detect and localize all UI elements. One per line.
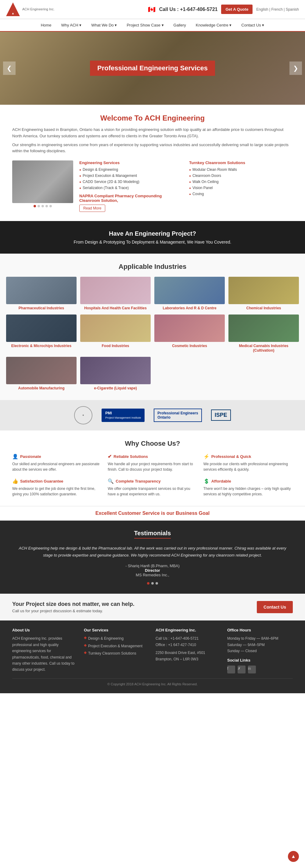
industry-ecig-label: e-Cigarette (Liquid vape) — [80, 386, 151, 391]
logo-icon: ▲ — [6, 2, 20, 16]
why-satisfaction-text: We endeavor to get the job done right th… — [12, 486, 102, 497]
industry-ecig[interactable]: e-Cigarette (Liquid vape) — [80, 357, 151, 391]
industry-auto-label: Automobile Manufacturing — [6, 386, 77, 391]
t-dot-3[interactable] — [156, 582, 158, 585]
industry-hospital[interactable]: Hospitals And Health Care Facilities — [80, 277, 151, 311]
flag-icon: 🇨🇦 — [148, 6, 156, 13]
footer: About Us ACH Engineering Inc. provides p… — [0, 620, 305, 693]
services-image — [12, 160, 73, 203]
footer-ach-title: ACH Engineering Inc. — [156, 628, 221, 632]
footer-service-link-3[interactable]: Turnkey Cleanroom Solutions — [88, 650, 136, 656]
industry-cosmetic-label: Cosmetic Industries — [154, 344, 225, 349]
why-professional-title: ⚡ Professional & Quick — [203, 454, 293, 459]
industry-chemical[interactable]: Chemical Industries — [228, 277, 299, 311]
testimonial-author-title: Director — [18, 568, 287, 573]
footer-service-1: ◆ Design & Engineering — [84, 636, 149, 642]
industry-lab[interactable]: Laboratories And R & D Centre — [154, 277, 225, 311]
social-links: f ✗ in — [227, 665, 293, 674]
nav-contact-us[interactable]: Contact Us ▾ — [237, 19, 269, 31]
certifications-bar: ✦ PMIProject Management Institute Profes… — [0, 400, 305, 431]
nav-why-ach[interactable]: Why ACH ▾ — [57, 19, 86, 31]
language-links[interactable]: English | French | Spanish — [256, 7, 299, 11]
why-reliable-title: ✔ Reliable Solutions — [108, 454, 197, 459]
nav-gallery[interactable]: Gallery — [169, 19, 190, 31]
turnkey-service-4: ● Vision Panel — [189, 186, 293, 190]
eng-service-4: ● Serialization (Track & Trace) — [79, 186, 183, 190]
footer-hours-title: Office Hours — [227, 628, 293, 632]
cta-contact-button[interactable]: Contact Us — [257, 601, 293, 613]
transparency-icon: 🔍 — [108, 478, 114, 484]
industry-ecig-image — [80, 357, 151, 384]
bullet-icon: ● — [189, 192, 191, 196]
industry-pharma[interactable]: Pharmaceutical Industries — [6, 277, 77, 311]
dot-4[interactable] — [46, 205, 48, 207]
top-bar: ▲ ACH Engineering Inc. 🇨🇦 Call Us : +1-6… — [0, 0, 305, 19]
nav-what-we-do[interactable]: What We Do ▾ — [87, 19, 121, 31]
industry-food[interactable]: Food Industries — [80, 314, 151, 353]
footer-service-link-2[interactable]: Project Execution & Management — [88, 643, 142, 649]
services-grid: Engineering Services ● Design & Engineer… — [12, 160, 293, 212]
cert-circle-logo: ✦ — [74, 406, 92, 425]
nav-home[interactable]: Home — [36, 19, 56, 31]
footer-services: Our Services ◆ Design & Engineering ◆ Pr… — [84, 628, 149, 673]
industry-chemical-image — [228, 277, 299, 304]
why-transparency: 🔍 Complete Transparency We offer complet… — [108, 478, 197, 497]
hero-prev-button[interactable]: ❮ — [3, 62, 16, 75]
industry-food-label: Food Industries — [80, 344, 151, 349]
project-banner-heading: Have An Engineering Project? — [6, 230, 299, 237]
testimonial-dots — [18, 582, 287, 585]
engineering-services-col: Engineering Services ● Design & Engineer… — [79, 160, 183, 212]
read-more-button[interactable]: Read More — [79, 205, 105, 212]
get-quote-button[interactable]: Get A Quote — [221, 5, 253, 14]
nav-knowledge-centre[interactable]: Knowledge Centre ▾ — [192, 19, 236, 31]
welcome-para1: ACH Engineering based in Brampton, Ontar… — [12, 127, 293, 140]
t-dot-2[interactable] — [151, 582, 154, 585]
footer-services-title: Our Services — [84, 628, 149, 632]
twitter-link[interactable]: ✗ — [238, 665, 246, 674]
linkedin-link[interactable]: in — [248, 665, 256, 674]
why-passionate-text: Our skilled and professional engineers a… — [12, 461, 102, 472]
footer-hours-mf: Monday to Friday — 8AM–6PM — [227, 636, 293, 642]
nav-project-showcase[interactable]: Project Show Case ▾ — [122, 19, 168, 31]
welcome-title: Welcome To ACH Engineering — [12, 114, 293, 122]
footer-ach-phone: Call Us : +1-647-406-5721 — [156, 636, 221, 642]
professional-icon: ⚡ — [203, 454, 210, 459]
testimonial-author: - Shariq Hanfi (B.Pharm, MBA) Director M… — [18, 563, 287, 577]
industry-cannabis[interactable]: Medical Cannabis Industries (Cultivation… — [228, 314, 299, 353]
welcome-para2: Our strengths in engineering services co… — [12, 142, 293, 155]
footer-service-3: ◆ Turnkey Cleanroom Solutions — [84, 650, 149, 656]
footer-bullet-icon: ◆ — [84, 650, 87, 655]
footer-service-link-1[interactable]: Design & Engineering — [88, 636, 123, 642]
industry-electronic-image — [6, 314, 77, 342]
copyright-text: © Copyright 2018 ACH Engineering Inc. Al… — [12, 682, 293, 686]
industry-pharma-image — [6, 277, 77, 304]
facebook-link[interactable]: f — [227, 665, 235, 674]
t-dot-1[interactable] — [147, 582, 149, 585]
dot-3[interactable] — [41, 205, 44, 207]
image-dots — [12, 205, 73, 207]
industry-cosmetic[interactable]: Cosmetic Industries — [154, 314, 225, 353]
industries-grid: Pharmaceutical Industries Hospitals And … — [6, 277, 299, 391]
cta-subtext: Call us for your project discussion & es… — [12, 609, 135, 613]
why-reliable-text: We handle all your project requirements … — [108, 461, 197, 472]
testimonial-quote: ACH Engineering help me design & build t… — [18, 545, 287, 559]
why-choose-us-section: Why Choose Us? 👤 Passionate Our skilled … — [0, 431, 305, 506]
dot-5[interactable] — [49, 205, 52, 207]
why-satisfaction-title: 👍 Satisfaction Guarantee — [12, 478, 102, 484]
why-professional: ⚡ Professional & Quick We provide our cl… — [203, 454, 293, 472]
eng-service-3: ● CADD Service (2D & 3D Modeling) — [79, 180, 183, 184]
engineering-services-title: Engineering Services — [79, 160, 183, 165]
dot-2[interactable] — [37, 205, 40, 207]
industry-lab-image — [154, 277, 225, 304]
cs-banner-text: Excellent Customer Service is our Busine… — [6, 510, 299, 516]
project-banner-subheading: From Design & Prototyping To Deployment … — [6, 240, 299, 245]
main-nav: Home Why ACH ▾ What We Do ▾ Project Show… — [0, 19, 305, 32]
bullet-icon: ● — [189, 186, 191, 190]
turnkey-service-1: ● Modular Clean Room Walls — [189, 167, 293, 172]
footer-hours: Office Hours Monday to Friday — 8AM–6PM … — [227, 628, 293, 673]
industry-electronic[interactable]: Electronic & Microchips Industries — [6, 314, 77, 353]
industry-auto[interactable]: Automobile Manufacturing — [6, 357, 77, 391]
project-banner: Have An Engineering Project? From Design… — [0, 221, 305, 254]
hero-next-button[interactable]: ❯ — [289, 62, 302, 75]
dot-1[interactable] — [33, 205, 36, 207]
